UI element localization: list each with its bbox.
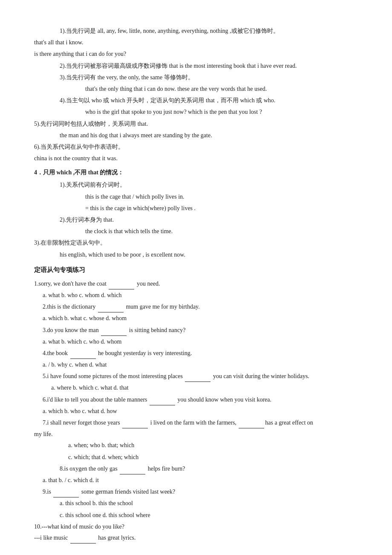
section-4-rule-2: 2).先行词本身为 that. (34, 214, 358, 225)
example-5: the man and his dog that i always meet a… (34, 130, 358, 141)
rule-1-text: 1).当先行词是 all, any, few, little, none, an… (60, 26, 358, 36)
section-4-ex-1a: this is the cage that / which polly live… (34, 191, 358, 202)
exercise-9-options-b: c. this school one d. this school where (34, 510, 358, 520)
rule-6-text: 6).当关系代词在从句中作表语时。 (34, 142, 358, 152)
rule-3-text: 3).当先行词有 the very, the only, the same 等修… (60, 72, 358, 83)
blank-5 (185, 371, 210, 382)
exercise-4-question: 4.the book he bought yesterday is very i… (34, 348, 358, 359)
exercise-1-options: a. what b. who c. whom d. which (34, 290, 358, 301)
exercise-5: 5.i have found some pictures of the most… (34, 371, 358, 393)
rule-1: 1).当先行词是 all, any, few, little, none, an… (34, 26, 358, 36)
exercise-10-question1: 10.---what kind of music do you like? (34, 521, 358, 532)
exercise-2-question: 2.this is the dictionary mum gave me for… (34, 301, 358, 312)
example-4-text: who is the girl that spoke to you just n… (85, 107, 358, 117)
section-4-ex-2: the clock is that which tells the time. (34, 226, 358, 237)
exercise-2-options: a. which b. what c. whose d. whom (34, 313, 358, 324)
example-1a: that's all that i know. (34, 37, 358, 48)
exercise-6-options: a. which b. who c. what d. how (34, 406, 358, 416)
example-5-text: the man and his dog that i always meet a… (60, 130, 358, 141)
section-4-rule-1-text: 1).关系代词前有介词时。 (60, 179, 358, 190)
section-4-ex-1b-text: = this is the cage in which(where) polly… (85, 203, 358, 214)
exercise-3: 3.do you know the man is sitting behind … (34, 325, 358, 347)
example-1a-text: that's all that i know. (34, 37, 358, 48)
exercise-9: 9.is some german friends visited last we… (34, 486, 358, 520)
example-6: china is not the country that it was. (34, 153, 358, 164)
exercise-title: 定语从句专项练习 (34, 264, 358, 276)
section-4-rule-2-text: 2).先行词本身为 that. (60, 214, 358, 225)
exercise-4: 4.the book he bought yesterday is very i… (34, 348, 358, 370)
exercise-6-question: 6.i'd like to tell you about the table m… (34, 394, 358, 405)
exercise-7-continuation: my life. (34, 429, 358, 439)
exercise-8-options: a. that b. / c. which d. it (34, 475, 358, 486)
blank-2 (98, 301, 124, 312)
exercise-8-question: 8.is oxygen the only gas helps fire burn… (34, 463, 358, 474)
page-content: 1).当先行词是 all, any, few, little, none, an… (34, 26, 358, 543)
section-4-title-text: 4．只用 which ,不用 that 的情况： (34, 167, 358, 178)
exercise-3-question: 3.do you know the man is sitting behind … (34, 325, 358, 336)
exercise-7-options-b: c. which; that d. when; which (34, 452, 358, 462)
rule-2: 2).当先行词被形容词最高级或序数词修饰 that is the most in… (34, 61, 358, 71)
blank-3 (101, 325, 127, 336)
exercise-5-question: 5.i have found some pictures of the most… (34, 371, 358, 382)
example-3-text: that's the only thing that i can do now.… (85, 84, 358, 94)
rule-3: 3).当先行词有 the very, the only, the same 等修… (34, 72, 358, 83)
exercise-9-question: 9.is some german friends visited last we… (34, 486, 358, 497)
exercise-4-options: a. / b. why c. when d. what (34, 359, 358, 370)
exercise-3-options: a. what b. which c. who d. whom (34, 336, 358, 347)
exercise-7-question: 7.i shall never forget those years i liv… (34, 417, 358, 428)
example-1b-text: is there anything that i can do for you? (34, 49, 358, 59)
exercise-7-options-a: a. when; who b. that; which (34, 440, 358, 451)
section-4-rule-3-text: 3).在非限制性定语从句中。 (34, 237, 358, 248)
exercise-6: 6.i'd like to tell you about the table m… (34, 394, 358, 416)
section-4-ex-1b: = this is the cage in which(where) polly… (34, 203, 358, 214)
exercise-2: 2.this is the dictionary mum gave me for… (34, 301, 358, 324)
blank-8 (120, 463, 145, 474)
example-4: who is the girl that spoke to you just n… (34, 107, 358, 117)
exercise-1-question: 1.sorry, we don't have the coat you need… (34, 278, 358, 289)
rule-4: 4).当主句以 who 或 which 开头时，定语从句的关系词用 that，而… (34, 95, 358, 106)
section-4-rule-3: 3).在非限制性定语从句中。 (34, 237, 358, 248)
exercise-9-options-a: a. this school b. this the school (34, 498, 358, 509)
exercise-5-options: a. where b. which c. what d. that (34, 382, 358, 393)
example-3: that's the only thing that i can do now.… (34, 84, 358, 94)
blank-9 (53, 486, 79, 497)
exercise-10-question2: ---i like music has great lyrics. (34, 532, 358, 543)
blank-7a (122, 417, 148, 428)
example-6-text: china is not the country that it was. (34, 153, 358, 164)
rule-2-text: 2).当先行词被形容词最高级或序数词修饰 that is the most in… (60, 61, 358, 71)
rule-4-text: 4).当主句以 who 或 which 开头时，定语从句的关系词用 that，而… (60, 95, 358, 106)
rule-5-text: 5).先行词同时包括人或物时，关系词用 that. (34, 119, 358, 129)
exercise-1: 1.sorry, we don't have the coat you need… (34, 278, 358, 301)
section-4-ex-2-text: the clock is that which tells the time. (85, 226, 358, 237)
section-4-rule-1: 1).关系代词前有介词时。 (34, 179, 358, 190)
section-4-ex-3: his english, which used to be poor , is … (34, 249, 358, 260)
exercise-10: 10.---what kind of music do you like? --… (34, 521, 358, 543)
section-4-ex-1a-text: this is the cage that / which polly live… (85, 191, 358, 202)
rule-6: 6).当关系代词在从句中作表语时。 (34, 142, 358, 152)
blank-10 (70, 532, 96, 543)
example-1b: is there anything that i can do for you? (34, 49, 358, 59)
section-4-title: 4．只用 which ,不用 that 的情况： (34, 167, 358, 178)
exercise-7: 7.i shall never forget those years i liv… (34, 417, 358, 462)
blank-6 (150, 394, 175, 405)
exercise-section: 定语从句专项练习 1.sorry, we don't have the coat… (34, 264, 358, 543)
blank-7b (239, 417, 264, 428)
section-4-ex-3-text: his english, which used to be poor , is … (60, 249, 358, 260)
blank-1 (109, 278, 134, 289)
rule-5: 5).先行词同时包括人或物时，关系词用 that. (34, 119, 358, 129)
exercise-8: 8.is oxygen the only gas helps fire burn… (34, 463, 358, 486)
blank-4 (70, 348, 96, 359)
